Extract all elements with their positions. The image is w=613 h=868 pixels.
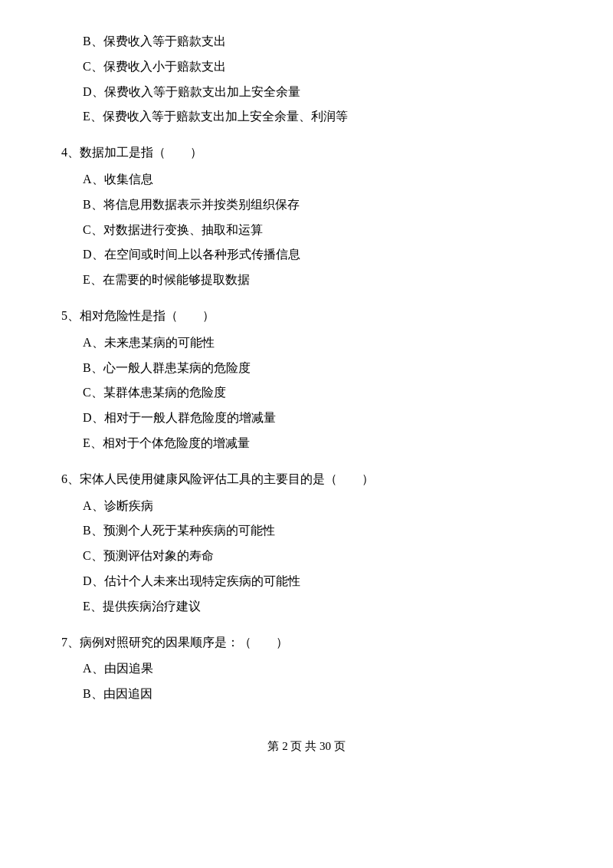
question-4-block: 4、数据加工是指（ ） A、收集信息 B、将信息用数据表示并按类别组织保存 C、… (61, 142, 552, 291)
question-4-option-a: A、收集信息 (83, 169, 552, 191)
option-c-prev: C、保费收入小于赔款支出 (83, 56, 552, 78)
option-b-prev: B、保费收入等于赔款支出 (83, 31, 552, 53)
question-5-option-d: D、相对于一般人群危险度的增减量 (83, 407, 552, 429)
question-7-option-a: A、由因追果 (83, 658, 552, 680)
question-6-option-a: A、诊断疾病 (83, 495, 552, 518)
question-6-option-d: D、估计个人未来出现特定疾病的可能性 (83, 570, 552, 593)
question-4-option-d: D、在空间或时间上以各种形式传播信息 (83, 244, 552, 266)
question-4-option-e: E、在需要的时候能够提取数据 (83, 269, 552, 291)
question-6-option-c: C、预测评估对象的寿命 (83, 545, 552, 567)
question-7-option-b: B、由因追因 (83, 683, 552, 705)
question-5-option-e: E、相对于个体危险度的增减量 (83, 432, 552, 455)
question-6-option-b: B、预测个人死于某种疾病的可能性 (83, 520, 552, 542)
question-4-title: 4、数据加工是指（ ） (61, 142, 552, 164)
question-5-option-a: A、未来患某病的可能性 (83, 332, 552, 354)
option-e-prev: E、保费收入等于赔款支出加上安全余量、利润等 (83, 106, 552, 128)
question-5-option-c: C、某群体患某病的危险度 (83, 382, 552, 404)
option-d-prev: D、保费收入等于赔款支出加上安全余量 (83, 81, 552, 104)
question-4-option-b: B、将信息用数据表示并按类别组织保存 (83, 194, 552, 216)
question-7-block: 7、病例对照研究的因果顺序是：（ ） A、由因追果 B、由因追因 (61, 632, 552, 705)
question-4-option-c: C、对数据进行变换、抽取和运算 (83, 219, 552, 242)
question-block-prev-options: B、保费收入等于赔款支出 C、保费收入小于赔款支出 D、保费收入等于赔款支出加上… (61, 31, 552, 128)
question-5-block: 5、相对危险性是指（ ） A、未来患某病的可能性 B、心一般人群患某病的危险度 … (61, 305, 552, 455)
page-number-text: 第 2 页 共 30 页 (267, 740, 345, 752)
question-6-title: 6、宋体人民使用健康风险评估工具的主要目的是（ ） (61, 469, 552, 491)
question-6-option-e: E、提供疾病治疗建议 (83, 596, 552, 618)
question-6-block: 6、宋体人民使用健康风险评估工具的主要目的是（ ） A、诊断疾病 B、预测个人死… (61, 469, 552, 618)
question-5-title: 5、相对危险性是指（ ） (61, 305, 552, 327)
page-footer: 第 2 页 共 30 页 (61, 736, 552, 757)
question-5-option-b: B、心一般人群患某病的危险度 (83, 357, 552, 380)
question-7-title: 7、病例对照研究的因果顺序是：（ ） (61, 632, 552, 654)
